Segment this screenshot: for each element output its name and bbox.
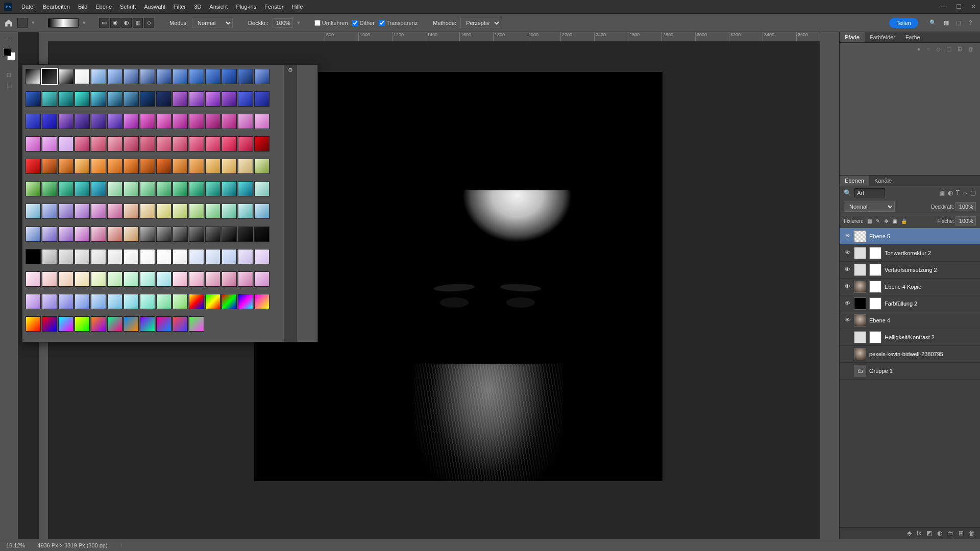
gradient-swatch[interactable]: [238, 91, 253, 107]
fx-icon[interactable]: fx: [917, 530, 921, 537]
visibility-toggle[interactable]: 👁: [844, 233, 851, 240]
adjustment-icon[interactable]: ◐: [937, 530, 942, 537]
search-icon[interactable]: 🔍: [929, 19, 937, 26]
gradient-swatch[interactable]: [205, 159, 220, 174]
gradient-swatch[interactable]: [254, 91, 270, 107]
reverse-checkbox[interactable]: Umkehren: [314, 20, 348, 26]
gradient-swatch[interactable]: [124, 114, 139, 129]
gradient-swatch[interactable]: [238, 159, 253, 174]
menu-bild[interactable]: Bild: [74, 2, 91, 12]
delete-layer-icon[interactable]: 🗑: [969, 530, 975, 537]
gradient-swatch[interactable]: [173, 271, 188, 287]
layer-row[interactable]: 👁Ebene 5: [840, 228, 980, 245]
visibility-toggle[interactable]: [844, 334, 851, 341]
visibility-toggle[interactable]: 👁: [844, 317, 851, 324]
gradient-swatch[interactable]: [58, 69, 74, 84]
menu-auswahl[interactable]: Auswahl: [140, 2, 169, 12]
gradient-swatch[interactable]: [205, 249, 220, 264]
gradient-swatch[interactable]: [189, 227, 204, 242]
lock-pixels-icon[interactable]: ✎: [876, 218, 880, 224]
new-path-icon[interactable]: ⊞: [958, 46, 962, 53]
gradient-swatch[interactable]: [140, 271, 155, 287]
gradient-swatch[interactable]: [238, 114, 253, 129]
gradient-swatch[interactable]: [42, 249, 57, 264]
gradient-swatch[interactable]: [156, 271, 172, 287]
gradient-swatch[interactable]: [238, 136, 253, 152]
gradient-swatch[interactable]: [238, 227, 253, 242]
export-icon[interactable]: ⇪: [968, 19, 973, 26]
gradient-swatch[interactable]: [26, 294, 41, 309]
gradient-swatch[interactable]: [189, 316, 204, 332]
filter-type-icon[interactable]: T: [956, 189, 960, 196]
visibility-toggle[interactable]: 👁: [844, 283, 851, 290]
gradient-swatch[interactable]: [26, 204, 41, 219]
gradient-swatch[interactable]: [254, 271, 270, 287]
gradient-swatch[interactable]: [58, 249, 74, 264]
gradient-swatch[interactable]: [124, 271, 139, 287]
gradient-swatch[interactable]: [26, 91, 41, 107]
layer-row[interactable]: Helligkeit/Kontrast 2: [840, 329, 980, 346]
dither-checkbox[interactable]: Dither: [352, 20, 375, 26]
visibility-toggle[interactable]: [844, 350, 851, 358]
reflected-gradient-button[interactable]: ▥: [133, 18, 143, 28]
home-icon[interactable]: [4, 18, 13, 28]
path-fill-icon[interactable]: ●: [917, 46, 921, 53]
gradient-swatch[interactable]: [205, 294, 220, 309]
mode-select[interactable]: Normal: [192, 18, 233, 28]
gradient-swatch[interactable]: [91, 316, 106, 332]
gradient-swatch[interactable]: [124, 204, 139, 219]
gradient-swatch[interactable]: [173, 159, 188, 174]
screenmode-icon[interactable]: ⬚: [7, 82, 12, 89]
visibility-toggle[interactable]: 👁: [844, 249, 851, 257]
gradient-swatch[interactable]: [140, 249, 155, 264]
gradient-swatch[interactable]: [189, 294, 204, 309]
gradient-swatch[interactable]: [140, 69, 155, 84]
gradient-swatch[interactable]: [124, 181, 139, 196]
menu-hilfe[interactable]: Hilfe: [287, 2, 307, 12]
gradient-swatch[interactable]: [58, 91, 74, 107]
lock-all-icon[interactable]: 🔒: [901, 218, 907, 224]
gradient-swatch[interactable]: [140, 136, 155, 152]
gradient-swatch[interactable]: [91, 204, 106, 219]
gradient-swatch[interactable]: [189, 249, 204, 264]
gradient-swatch[interactable]: [107, 227, 122, 242]
gradient-swatch[interactable]: [107, 316, 122, 332]
gradient-swatch[interactable]: [140, 181, 155, 196]
gradient-swatch[interactable]: [189, 69, 204, 84]
gradient-swatch[interactable]: [205, 204, 220, 219]
path-selection-icon[interactable]: ◇: [936, 46, 940, 53]
gradient-swatch[interactable]: [238, 69, 253, 84]
gradient-swatch[interactable]: [140, 159, 155, 174]
gradient-swatch[interactable]: [156, 249, 172, 264]
menu-filter[interactable]: Filter: [169, 2, 190, 12]
tab-color[interactable]: Farbe: [900, 32, 925, 42]
gradient-swatch[interactable]: [124, 136, 139, 152]
gradient-swatch[interactable]: [222, 249, 237, 264]
gradient-swatch[interactable]: [107, 159, 122, 174]
blend-select[interactable]: Normal: [844, 202, 895, 212]
gradient-swatch[interactable]: [91, 136, 106, 152]
gradient-swatch[interactable]: [238, 271, 253, 287]
gradient-swatch[interactable]: [173, 249, 188, 264]
gradient-swatch[interactable]: [91, 227, 106, 242]
gradient-swatch[interactable]: [75, 91, 90, 107]
gradient-swatch[interactable]: [156, 159, 172, 174]
gradient-swatch[interactable]: [156, 294, 172, 309]
gradient-swatch[interactable]: [75, 271, 90, 287]
doc-info-arrow[interactable]: 〉: [120, 541, 126, 549]
group-icon[interactable]: 🗀: [947, 530, 953, 537]
gradient-swatch[interactable]: [205, 136, 220, 152]
lock-artboard-icon[interactable]: ▣: [892, 218, 897, 224]
gradient-swatch[interactable]: [26, 181, 41, 196]
gradient-swatch[interactable]: [107, 91, 122, 107]
gradient-swatch[interactable]: [189, 181, 204, 196]
gradient-swatch[interactable]: [124, 316, 139, 332]
opacity-input[interactable]: [273, 18, 293, 28]
tab-paths[interactable]: Pfade: [840, 32, 865, 42]
gradient-swatch[interactable]: [91, 69, 106, 84]
menu-ansicht[interactable]: Ansicht: [205, 2, 232, 12]
gradient-swatch[interactable]: [75, 316, 90, 332]
gradient-swatch[interactable]: [26, 159, 41, 174]
layer-row[interactable]: 🗀Gruppe 1: [840, 363, 980, 380]
layer-filter-input[interactable]: [854, 188, 885, 197]
